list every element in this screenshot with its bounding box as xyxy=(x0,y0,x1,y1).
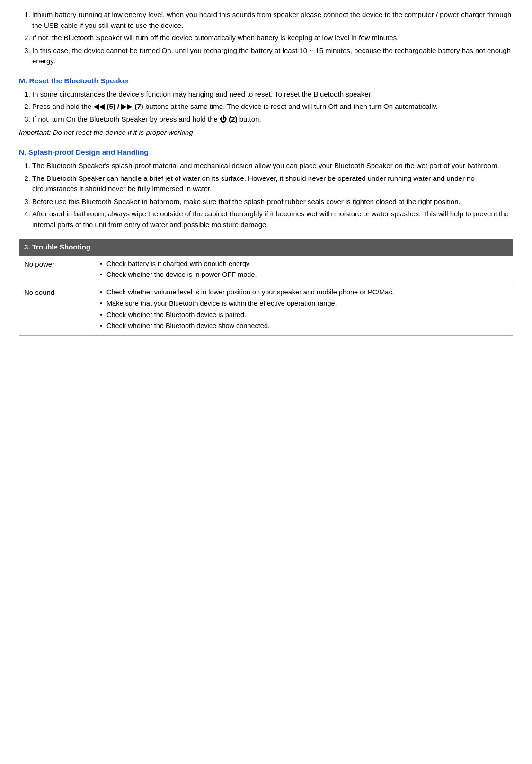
no-power-issue: No power xyxy=(19,256,95,284)
section-m-item-3: If not, turn On the Bluetooth Speaker by… xyxy=(32,114,513,125)
no-sound-issue: No sound xyxy=(19,284,95,336)
trouble-header-cell: 3. Trouble Shooting xyxy=(19,239,513,256)
intro-item-2: If not, the Bluetooth Speaker will turn … xyxy=(32,33,513,44)
section-m-item-2: Press and hold the ◀◀ (5) / ▶▶ (7) butto… xyxy=(32,101,513,112)
trouble-row-no-sound: No sound Check whether volume level is i… xyxy=(19,284,513,336)
intro-item-3: In this case, the device cannot be turne… xyxy=(32,45,513,67)
section-n-item-1: The Bluetooth Speaker's splash-proof mat… xyxy=(32,160,513,171)
section-n-item-2: The Bluetooth Speaker can handle a brief… xyxy=(32,173,513,195)
no-sound-sol-2: Make sure that your Bluetooth device is … xyxy=(100,299,508,309)
intro-section: lithium battery running at low energy le… xyxy=(19,9,513,67)
no-power-sol-2: Check whether the device is in power OFF… xyxy=(100,270,508,280)
trouble-row-no-power: No power Check battery is it charged wit… xyxy=(19,256,513,284)
important-text: Do not reset the device if it is proper … xyxy=(51,128,193,136)
no-power-sol-1: Check battery is it charged with enough … xyxy=(100,259,508,269)
no-sound-solutions: Check whether volume level is in lower p… xyxy=(95,284,513,336)
no-sound-sol-1: Check whether volume level is in lower p… xyxy=(100,287,508,298)
section-n: N. Splash-proof Design and Handling The … xyxy=(19,147,513,230)
no-sound-sol-4: Check whether the Bluetooth device show … xyxy=(100,321,508,331)
section-m-item-1: In some circumstances the device's funct… xyxy=(32,89,513,100)
important-label: Important: xyxy=(19,128,51,136)
section-n-item-3: Before use this Bluetooth Speaker in bat… xyxy=(32,196,513,207)
trouble-table-header: 3. Trouble Shooting xyxy=(19,239,513,256)
section-m-heading: M. Reset the Bluetooth Speaker xyxy=(19,75,513,86)
section-m-important: Important: Do not reset the device if it… xyxy=(19,127,513,138)
trouble-table: 3. Trouble Shooting No power Check batte… xyxy=(19,239,513,336)
section-n-item-4: After used in bathroom, always wipe the … xyxy=(32,209,513,230)
section-m: M. Reset the Bluetooth Speaker In some c… xyxy=(19,75,513,138)
intro-item-1: lithium battery running at low energy le… xyxy=(32,9,513,31)
no-power-solutions: Check battery is it charged with enough … xyxy=(95,256,513,284)
trouble-shooting-section: 3. Trouble Shooting No power Check batte… xyxy=(19,239,513,336)
no-sound-sol-3: Check whether the Bluetooth device is pa… xyxy=(100,310,508,320)
section-n-heading: N. Splash-proof Design and Handling xyxy=(19,147,513,158)
